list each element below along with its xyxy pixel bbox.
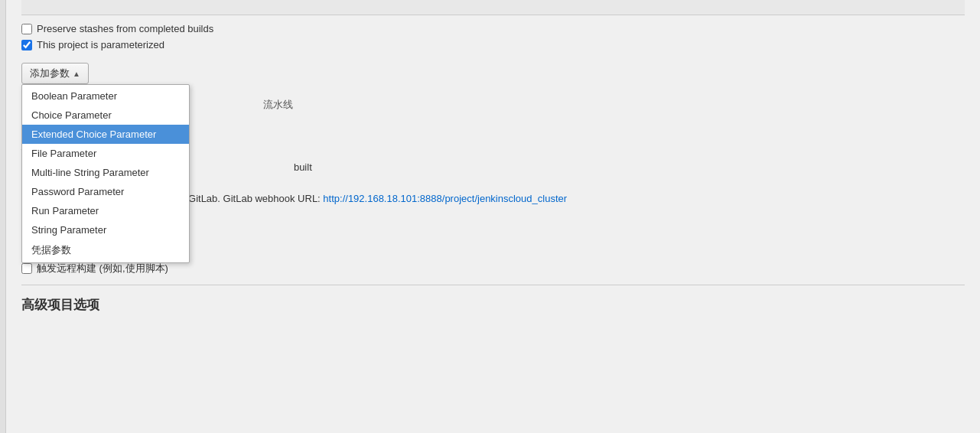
dropdown-item-file[interactable]: File Parameter [22,144,189,163]
pipeline-text: 流水线 [263,99,293,110]
dropdown-item-choice[interactable]: Choice Parameter [22,106,189,125]
built-text: built [294,161,312,173]
page-container: Preserve stashes from completed builds T… [0,0,980,433]
gitlab-link[interactable]: http://192.168.18.101:8888/project/jenki… [323,193,567,204]
add-param-button[interactable]: 添加参数 ▲ [21,63,89,84]
remote-construct-checkbox[interactable] [21,263,32,274]
main-content: Preserve stashes from completed builds T… [6,0,980,433]
add-param-section: 添加参数 ▲ Boolean Parameter Choice Paramete… [21,63,89,84]
dropdown-arrow-icon: ▲ [73,70,80,78]
dropdown-item-multiline[interactable]: Multi-line String Parameter [22,163,189,182]
top-bar [21,0,965,15]
dropdown-item-credentials[interactable]: 凭据参数 [22,239,189,261]
remote-construct-row: 触发远程构建 (例如,使用脚本) [21,262,965,275]
parameterized-checkbox[interactable] [21,40,32,50]
dropdown-item-password[interactable]: Password Parameter [22,182,189,201]
parameterized-row: This project is parameterized [21,39,965,50]
add-param-label: 添加参数 [30,67,70,80]
dropdown-item-boolean[interactable]: Boolean Parameter [22,86,189,106]
dropdown-item-string[interactable]: String Parameter [22,220,189,239]
preserve-stashes-checkbox[interactable] [21,24,32,34]
advanced-section-title: 高级项目选项 [21,296,965,314]
dropdown-item-extended-choice[interactable]: Extended Choice Parameter [22,125,189,144]
dropdown-menu: Boolean Parameter Choice Parameter Exten… [21,84,190,263]
preserve-stashes-row: Preserve stashes from completed builds [21,23,965,34]
preserve-stashes-label: Preserve stashes from completed builds [37,23,213,34]
section-divider [21,285,965,285]
left-sidebar-border [0,0,6,433]
remote-construct-label: 触发远程构建 (例如,使用脚本) [37,262,168,275]
advanced-section-text: 高级项目选项 [21,298,99,312]
dropdown-item-run[interactable]: Run Parameter [22,201,189,220]
parameterized-label: This project is parameterized [37,39,164,50]
